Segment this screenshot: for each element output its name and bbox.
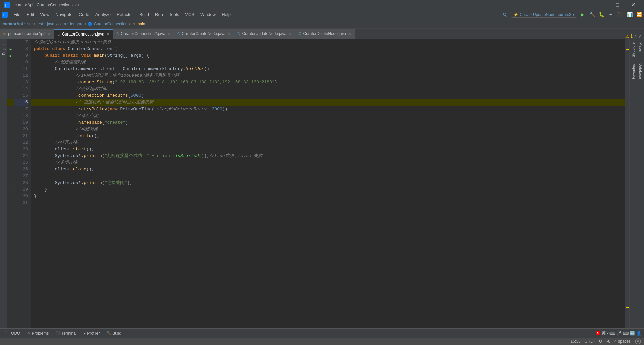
menu-navigate[interactable]: Navigate [53, 11, 75, 19]
tab-un-icon: C [237, 32, 240, 36]
run-config-dropdown[interactable]: ▾ [573, 12, 575, 17]
close-button[interactable]: ✕ [625, 0, 641, 10]
tab-cc-close[interactable]: ✕ [106, 32, 109, 37]
breadcrumb-fengmo[interactable]: fengmo [70, 22, 84, 26]
tab-deletenode[interactable]: C CuratorDeleteNode.java ✕ [295, 29, 355, 39]
maven-button[interactable]: Maven [638, 39, 644, 57]
ln-18: 18 [14, 113, 28, 119]
breadcrumb-method[interactable]: main [136, 22, 145, 26]
git-button[interactable]: 🔀 [635, 11, 643, 18]
bottom-profiler[interactable]: ● Profiler [82, 330, 101, 336]
menu-tools[interactable]: Tools [166, 11, 182, 19]
gutter-26 [7, 166, 14, 173]
menu-view[interactable]: View [37, 11, 52, 19]
ln-13: 13 [14, 79, 28, 86]
run-gutter-9-icon[interactable]: ▶ [10, 54, 12, 58]
bottom-todo[interactable]: ☰ TODO [3, 330, 21, 336]
menu-analyze[interactable]: Analyze [93, 11, 113, 19]
breadcrumb-src[interactable]: src [27, 22, 33, 26]
menu-window[interactable]: Window [198, 11, 218, 19]
tab-cn-close[interactable]: ✕ [227, 32, 230, 36]
tab-un-label: CuratorUpdateNode.java [242, 31, 287, 36]
menu-help[interactable]: Help [219, 11, 233, 19]
warning-nav-down[interactable]: ∨ [638, 34, 641, 39]
status-indicators: S 英 · ⌨ 🎤 ⌨ 🔤 👤 [596, 330, 641, 336]
title-bar: I curatorApi - CuratorConnection.java ─ … [0, 0, 644, 10]
editor-wrapper: ▶ ▶ [7, 39, 629, 328]
status-indent[interactable]: 4 spaces [614, 339, 631, 344]
build-button[interactable]: 🔨 [588, 11, 596, 18]
sougou-input[interactable]: S 英 · ⌨ 🎤 ⌨ 🔤 👤 [596, 330, 641, 336]
debug-button[interactable]: 🐛 [598, 11, 605, 18]
status-charset[interactable]: UTF-8 [599, 339, 610, 344]
tab-dn-close[interactable]: ✕ [348, 32, 351, 36]
minimize-button[interactable]: ─ [594, 0, 610, 10]
structure-button[interactable]: Structure [630, 39, 636, 61]
breadcrumb-class[interactable]: CuratorConnection [94, 22, 128, 26]
project-name[interactable]: curatorApi [3, 22, 23, 26]
warning-stripe-mark [626, 49, 629, 50]
menu-bar: I File Edit View Navigate Code Analyze R… [0, 10, 644, 19]
menu-file[interactable]: File [11, 11, 23, 19]
title-bar-title: curatorApi - CuratorConnection.java [15, 3, 79, 7]
ln-8: 8 [14, 46, 28, 52]
run-config[interactable]: ⚡ CuratorUpdateNode.update3 ▾ [511, 12, 577, 18]
ln-29: 29 [14, 186, 28, 193]
coverage-button[interactable]: ☂ [607, 11, 614, 18]
code-line-13: .connectString("192.168.83.138:2181,192.… [31, 79, 625, 86]
gutter-18 [7, 113, 14, 119]
status-crlf[interactable]: CRLF [585, 339, 595, 344]
menu-code[interactable]: Code [76, 11, 92, 19]
stop-button[interactable]: ⬛ [616, 11, 624, 18]
ln-17: 17 [14, 106, 28, 113]
sidebar-project[interactable]: Project [1, 41, 6, 58]
menu-build[interactable]: Build [137, 11, 152, 19]
run-gutter-8[interactable]: ▶ [7, 46, 14, 52]
gutter-14 [7, 86, 14, 92]
tab-un-close[interactable]: ✕ [288, 32, 291, 36]
tab-curatorconnection[interactable]: C CuratorConnection.java ✕ [54, 29, 113, 39]
breadcrumb-java[interactable]: java [47, 22, 54, 26]
menu-vcs[interactable]: VCS [182, 11, 197, 19]
tab-pom[interactable]: m pom.xml (curatorApi) ✕ [0, 29, 54, 39]
menu-edit[interactable]: Edit [24, 11, 37, 19]
menu-refactor[interactable]: Refactor [114, 11, 136, 19]
code-line-14: //会话超时时间 [31, 86, 625, 92]
favorites-button[interactable]: Favorites [630, 61, 636, 82]
code-editor[interactable]: //测试用curator连接zookeeper集群 public class C… [31, 39, 625, 328]
breadcrumb-method-icon: m [131, 22, 135, 26]
profile-button[interactable]: 📊 [626, 11, 633, 18]
search-button[interactable] [501, 11, 509, 18]
breadcrumb-test[interactable]: test [37, 22, 43, 26]
title-bar-controls[interactable]: ─ □ ✕ [594, 0, 641, 10]
database-button[interactable]: Database [638, 60, 644, 82]
ln-28: 28 [14, 180, 28, 186]
gutter-25 [7, 159, 14, 166]
gutter-21 [7, 133, 14, 139]
tab-pom-close[interactable]: ✕ [48, 32, 51, 36]
tab-curatorconnection2[interactable]: C CuratorConnection2.java ✕ [113, 29, 174, 39]
ln-7: 7 [14, 39, 28, 46]
bottom-build[interactable]: 🔨 Build [105, 330, 123, 336]
breadcrumb-class-icon: 🔵 [88, 22, 93, 26]
fold-icon-29[interactable]: ◦ [10, 188, 11, 191]
gutter-27 [7, 173, 14, 180]
gutter-area: ▶ ▶ [7, 39, 31, 328]
maximize-button[interactable]: □ [610, 0, 625, 10]
tab-cc2-close[interactable]: ✕ [167, 32, 170, 36]
tab-createnode[interactable]: C CuratorCreateNode.java ✕ [174, 29, 234, 39]
code-line-17: .retryPolicy(new RetryOneTime( sleepMsBe… [31, 106, 625, 113]
bottom-problems[interactable]: ⚠ Problems [25, 330, 50, 336]
code-line-20: //构建对象 [31, 126, 625, 133]
gutter-13 [7, 79, 14, 86]
sougou-icon5: 👤 [636, 331, 641, 336]
breadcrumb-com[interactable]: com [58, 22, 66, 26]
todo-icon: ☰ [4, 331, 7, 335]
run-button[interactable]: ▶ [579, 11, 586, 18]
bottom-terminal[interactable]: ⬛ Terminal [54, 330, 78, 336]
tab-updatenode[interactable]: C CuratorUpdateNode.java ✕ [234, 29, 295, 39]
menu-run[interactable]: Run [152, 11, 166, 19]
status-position[interactable]: 16:35 [571, 339, 581, 344]
tab-pom-icon: m [3, 32, 6, 36]
warning-nav-up[interactable]: ∧ [634, 34, 637, 39]
